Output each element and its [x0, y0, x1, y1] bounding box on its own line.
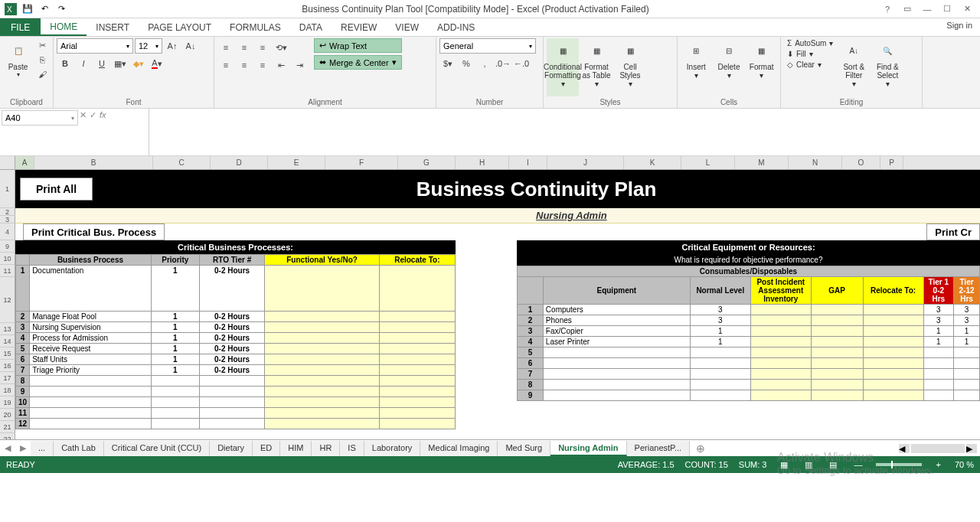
sheet-nav-prev-icon[interactable]: ◀ — [0, 443, 15, 453]
number-format-combo[interactable]: General▾ — [439, 38, 536, 54]
tab-insert[interactable]: INSERT — [87, 18, 139, 36]
table-row[interactable]: 4Process for Admission10-2 Hours — [16, 333, 456, 344]
hscroll-right-icon[interactable]: ▶ — [966, 444, 977, 453]
col-header[interactable]: C — [153, 156, 211, 169]
row-header[interactable]: 1 — [0, 170, 15, 208]
row-header[interactable]: 10 — [0, 253, 15, 265]
col-header[interactable]: F — [325, 156, 398, 169]
clear-button[interactable]: ◇ Clear ▾ — [784, 60, 836, 70]
col-header[interactable]: I — [509, 156, 547, 169]
enter-formula-icon[interactable]: ✓ — [90, 110, 96, 120]
tab-home[interactable]: HOME — [41, 18, 87, 36]
cell-styles-button[interactable]: ▦Cell Styles▾ — [614, 38, 646, 96]
table-row[interactable]: 1Computers333 — [518, 305, 980, 315]
print-all-button[interactable]: Print All — [20, 178, 93, 201]
sort-filter-button[interactable]: A↓Sort & Filter▾ — [838, 38, 870, 96]
col-header[interactable]: O — [842, 156, 880, 169]
table-row[interactable]: 3Fax/Copier111 — [518, 326, 980, 337]
underline-button[interactable]: U — [93, 56, 110, 71]
close-icon[interactable]: ✕ — [959, 2, 975, 16]
col-header[interactable]: H — [456, 156, 509, 169]
table-row[interactable]: 8 — [16, 376, 456, 387]
col-header[interactable]: J — [547, 156, 624, 169]
row-header[interactable]: 15 — [0, 347, 15, 360]
inc-decimal-icon[interactable]: .0→ — [495, 56, 511, 71]
sheet-nav-next-icon[interactable]: ▶ — [15, 443, 31, 453]
col-header[interactable]: N — [789, 156, 842, 169]
select-all-corner[interactable] — [0, 156, 15, 170]
insert-cells-button[interactable]: ⊞Insert▾ — [681, 38, 712, 96]
table-row[interactable]: 11 — [16, 408, 456, 419]
sheet-tab[interactable]: Laboratory — [364, 441, 421, 456]
indent-inc-icon[interactable]: ⇥ — [291, 57, 308, 73]
sheet-tab[interactable]: Critical Care Unit (CCU) — [104, 441, 210, 456]
sheet-tab[interactable]: IS — [340, 441, 364, 456]
col-header[interactable]: G — [398, 156, 456, 169]
col-header[interactable]: M — [735, 156, 789, 169]
sheet-tab[interactable]: Cath Lab — [54, 441, 104, 456]
table-row[interactable]: 7Triage Priority10-2 Hours — [16, 365, 456, 376]
row-header[interactable]: 21 — [0, 421, 15, 433]
table-row[interactable]: 5 — [518, 347, 980, 358]
minimize-icon[interactable]: — — [919, 2, 936, 16]
currency-icon[interactable]: $▾ — [439, 56, 456, 71]
col-header[interactable]: B — [34, 156, 153, 169]
cancel-formula-icon[interactable]: ✕ — [80, 110, 87, 120]
bold-button[interactable]: B — [57, 56, 74, 71]
percent-icon[interactable]: % — [458, 56, 475, 71]
paste-button[interactable]: 📋Paste▾ — [3, 38, 33, 96]
col-header[interactable]: L — [681, 156, 735, 169]
tab-review[interactable]: REVIEW — [332, 18, 386, 36]
sheet-tab[interactable]: HR — [312, 441, 340, 456]
table-row[interactable]: 6Staff Units10-2 Hours — [16, 354, 456, 365]
undo-icon[interactable]: ↶ — [37, 2, 52, 17]
tab-addins[interactable]: ADD-INS — [428, 18, 484, 36]
row-header[interactable]: 19 — [0, 396, 15, 409]
table-row[interactable]: 10 — [16, 397, 456, 408]
col-header[interactable]: P — [880, 156, 903, 169]
zoom-in-icon[interactable]: + — [933, 460, 943, 469]
sheet-tab[interactable]: Medical Imaging — [420, 441, 498, 456]
merge-center-button[interactable]: ⬌ Merge & Center ▾ — [314, 55, 402, 70]
format-as-table-button[interactable]: ▦Format as Table▾ — [580, 38, 612, 96]
col-header[interactable]: E — [268, 156, 325, 169]
redo-icon[interactable]: ↷ — [54, 2, 69, 17]
row-header[interactable]: 3 — [0, 216, 15, 223]
zoom-out-icon[interactable]: — — [851, 460, 865, 469]
increase-font-icon[interactable]: A↑ — [164, 38, 181, 54]
sheet-tab[interactable]: PerianestP... — [627, 441, 691, 456]
hscroll-left-icon[interactable]: ◀ — [899, 444, 910, 453]
view-layout-icon[interactable]: ▥ — [802, 460, 815, 470]
view-normal-icon[interactable]: ▦ — [777, 460, 791, 470]
sheet-tab[interactable]: ... — [31, 441, 54, 456]
tab-formulas[interactable]: FORMULAS — [220, 18, 290, 36]
table-row[interactable]: 2Manage Float Pool10-2 Hours — [16, 312, 456, 322]
col-header[interactable]: D — [211, 156, 268, 169]
tab-file[interactable]: FILE — [0, 18, 41, 36]
align-right-icon[interactable]: ≡ — [254, 57, 271, 73]
font-size-combo[interactable]: 12▾ — [135, 38, 162, 54]
decrease-font-icon[interactable]: A↓ — [182, 38, 199, 54]
zoom-level[interactable]: 70 % — [955, 460, 974, 469]
dec-decimal-icon[interactable]: ←.0 — [513, 56, 530, 71]
maximize-icon[interactable]: ☐ — [939, 2, 956, 16]
align-bottom-icon[interactable]: ≡ — [254, 40, 271, 55]
table-row[interactable]: 9 — [16, 387, 456, 397]
tab-view[interactable]: VIEW — [386, 18, 428, 36]
align-left-icon[interactable]: ≡ — [217, 57, 234, 73]
table-row[interactable]: 12 — [16, 419, 456, 429]
font-color-button[interactable]: A▾ — [149, 56, 165, 71]
align-center-icon[interactable]: ≡ — [236, 57, 253, 73]
autosum-button[interactable]: Σ AutoSum ▾ — [784, 38, 836, 48]
row-header[interactable]: 17 — [0, 372, 15, 384]
formula-input[interactable] — [149, 109, 980, 155]
hscroll-track[interactable] — [911, 444, 965, 453]
table-row[interactable]: 5Receive Request10-2 Hours — [16, 344, 456, 354]
table-row[interactable]: 1Documentation10-2 Hours — [16, 266, 456, 312]
row-header[interactable]: 22 — [0, 433, 15, 439]
row-header[interactable]: 12 — [0, 277, 15, 323]
save-icon[interactable]: 💾 — [20, 2, 35, 17]
font-name-combo[interactable]: Arial▾ — [57, 38, 133, 54]
row-header[interactable]: 4 — [0, 223, 15, 240]
print-critical-process-button[interactable]: Print Critical Bus. Process — [23, 223, 165, 240]
